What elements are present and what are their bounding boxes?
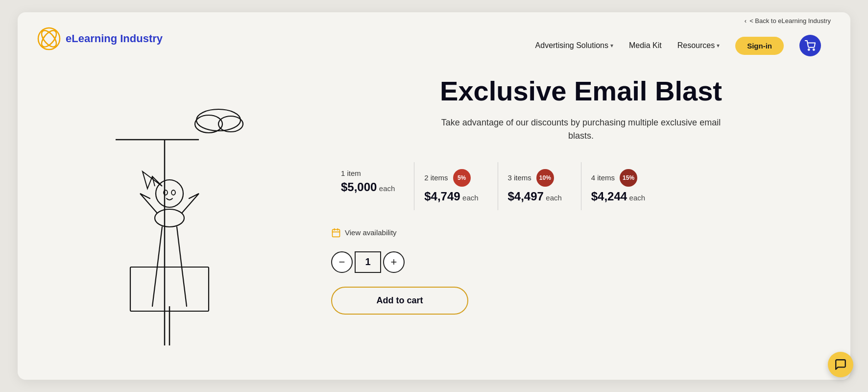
each-label-2: each	[462, 194, 479, 202]
logo-area[interactable]: eLearning Industry	[37, 27, 163, 50]
illustration-svg	[67, 81, 272, 345]
chat-icon	[834, 358, 847, 371]
each-label-3: each	[546, 194, 562, 202]
calendar-icon	[331, 228, 341, 238]
chat-bubble-button[interactable]	[828, 352, 853, 377]
svg-point-4	[813, 49, 815, 50]
quantity-increase-button[interactable]: +	[383, 251, 405, 273]
svg-marker-14	[143, 172, 162, 189]
cart-button[interactable]	[799, 35, 821, 56]
add-to-cart-button[interactable]: Add to cart	[331, 287, 468, 315]
qty-label-4: 4 items	[591, 173, 615, 182]
quantity-display: 1	[355, 251, 381, 273]
chevron-down-icon-2: ▾	[717, 42, 720, 49]
pricing-grid: 1 item $5,000 each 2 items 5% $4,749	[331, 162, 664, 210]
each-label-4: each	[629, 194, 646, 202]
svg-point-0	[38, 28, 60, 49]
svg-point-13	[171, 190, 175, 195]
availability-row[interactable]: View availability	[331, 228, 831, 238]
nav-resources[interactable]: Resources ▾	[677, 41, 720, 50]
qty-label-3: 3 items	[508, 173, 531, 182]
product-title: Exclusive Email Blast	[331, 76, 831, 106]
discount-badge-10: 10%	[536, 169, 554, 187]
logo-icon	[37, 27, 61, 50]
product-subtitle: Take advantage of our discounts by purch…	[439, 116, 723, 143]
qty-label-1: 1 item	[341, 169, 361, 177]
each-label-1: each	[379, 184, 395, 193]
nav-media-kit[interactable]: Media Kit	[629, 41, 662, 50]
pricing-cell-3: 3 items 10% $4,497 each	[498, 162, 581, 210]
quantity-row: − 1 +	[331, 251, 831, 273]
signin-button[interactable]: Sign-in	[735, 37, 784, 55]
svg-point-5	[196, 109, 241, 131]
chevron-down-icon: ▾	[610, 42, 613, 49]
svg-rect-18	[333, 229, 340, 237]
quantity-decrease-button[interactable]: −	[331, 251, 353, 273]
qty-label-2: 2 items	[424, 173, 448, 182]
minus-icon: −	[339, 256, 345, 269]
pricing-cell-2: 2 items 5% $4,749 each	[414, 162, 498, 210]
pricing-cell-4: 4 items 15% $4,244 each	[581, 162, 664, 210]
price-3: $4,497	[508, 190, 544, 203]
illustration-area	[47, 66, 292, 360]
nav-area: Advertising Solutions ▾ Media Kit Resour…	[535, 21, 821, 56]
svg-point-3	[808, 49, 810, 50]
price-4: $4,244	[591, 190, 627, 203]
plus-icon: +	[391, 256, 397, 269]
discount-badge-15: 15%	[620, 169, 637, 187]
price-2: $4,749	[424, 190, 460, 203]
pricing-cell-1: 1 item $5,000 each	[331, 162, 414, 210]
availability-text[interactable]: View availability	[345, 228, 397, 237]
content-area: Exclusive Email Blast Take advantage of …	[18, 56, 850, 380]
right-content: Exclusive Email Blast Take advantage of …	[312, 66, 831, 360]
main-card: eLearning Industry Advertising Solutions…	[18, 12, 850, 380]
cart-icon	[805, 40, 816, 51]
back-link[interactable]: ‹ < Back to eLearning Industry	[745, 17, 831, 24]
price-1: $5,000	[341, 180, 377, 194]
discount-badge-5: 5%	[453, 169, 471, 187]
nav-advertising[interactable]: Advertising Solutions ▾	[535, 41, 613, 50]
svg-point-10	[155, 209, 184, 227]
header: eLearning Industry Advertising Solutions…	[18, 12, 850, 56]
back-chevron-icon: ‹	[745, 17, 747, 24]
logo-text: eLearning Industry	[66, 32, 163, 45]
svg-rect-16	[130, 267, 209, 311]
